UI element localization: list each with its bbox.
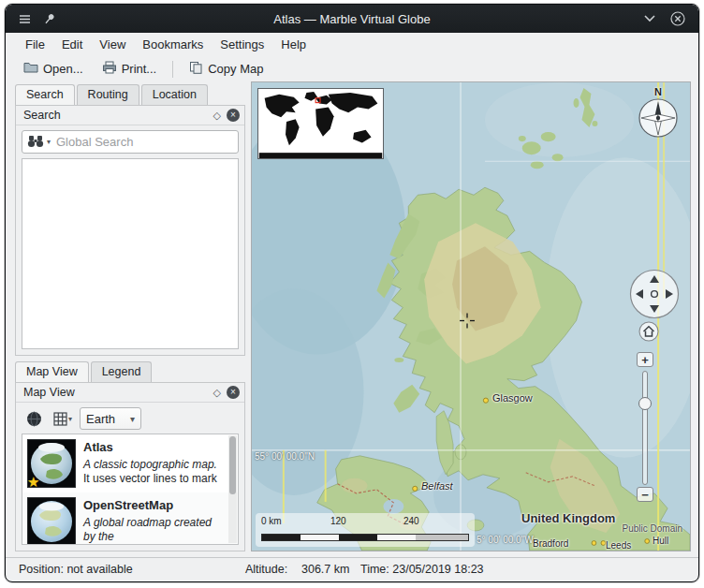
dock-close-icon[interactable]: ×	[227, 109, 240, 122]
status-altitude-value: 306.7 km	[301, 563, 349, 576]
theme-desc: A global roadmap created by the	[83, 516, 225, 545]
app-menu-icon[interactable]	[17, 11, 32, 26]
theme-name: Atlas	[83, 440, 217, 456]
scale-mid: 120	[330, 516, 346, 526]
city-label-hull: Hull	[653, 536, 668, 546]
zoom-slider-track[interactable]	[642, 371, 648, 485]
bottom-tabbar: Map View Legend	[15, 361, 245, 382]
pan-control[interactable]	[629, 269, 680, 319]
scale-bar: 0 km 120 240	[256, 513, 475, 547]
latitude-label: 55° 00' 00.0"N	[255, 451, 315, 462]
status-position: Position: not available	[19, 563, 133, 576]
city-label-leeds: Leeds	[606, 540, 631, 551]
minimize-button[interactable]	[642, 11, 657, 26]
status-time: Time: 23/05/2019 18:23	[360, 563, 484, 576]
status-altitude-label: Altitude:	[245, 563, 287, 576]
menu-help[interactable]: Help	[272, 35, 315, 54]
compass-north-label: N	[636, 86, 681, 97]
zoom-in-button[interactable]: +	[637, 352, 653, 367]
map-theme-list: ★ Atlas A classic topographic map. It us…	[22, 434, 239, 545]
folder-icon	[23, 61, 38, 77]
theme-desc: OpenStreetMap (OSM) project.	[83, 544, 225, 545]
print-button[interactable]: Print...	[94, 59, 166, 79]
overview-map[interactable]	[257, 88, 384, 159]
zoom-slider-handle[interactable]	[638, 397, 652, 410]
dock-float-icon[interactable]: ◇	[213, 387, 221, 399]
city-label-belfast: Belfast	[421, 480, 453, 492]
tab-location[interactable]: Location	[141, 84, 208, 105]
zoom-out-button[interactable]: −	[637, 487, 653, 502]
theme-item-atlas[interactable]: ★ Atlas A classic topographic map. It us…	[22, 434, 238, 492]
copy-icon	[189, 61, 203, 77]
tab-legend[interactable]: Legend	[91, 361, 153, 382]
toolbar-separator	[172, 61, 173, 78]
menu-edit[interactable]: Edit	[53, 35, 91, 54]
toolbar: Open... Print... Copy Map	[6, 56, 698, 81]
binoculars-icon[interactable]: ▾	[27, 135, 51, 149]
menu-file[interactable]: File	[17, 35, 53, 54]
search-dock: Search ◇ × ▾	[15, 105, 245, 356]
map-view-dock: Map View ◇ × ▾ Earth	[15, 382, 245, 551]
theme-list-scrollbar[interactable]	[228, 435, 237, 543]
search-results-list[interactable]	[22, 158, 239, 349]
menubar: File Edit View Bookmarks Settings Help	[6, 33, 698, 56]
open-button[interactable]: Open...	[15, 59, 92, 79]
country-label: United Kingdom	[521, 511, 615, 525]
compass-rose[interactable]: N	[636, 86, 681, 142]
chevron-down-icon: ▾	[68, 415, 72, 423]
map-view-dock-title: Map View	[23, 386, 75, 399]
statusbar: Position: not available Altitude: 306.7 …	[6, 557, 698, 581]
theme-desc: It uses vector lines to mark	[83, 472, 217, 486]
search-input[interactable]	[22, 130, 239, 154]
dock-close-icon[interactable]: ×	[227, 386, 240, 399]
tab-map-view[interactable]: Map View	[15, 361, 89, 382]
scale-zero: 0 km	[261, 516, 282, 526]
planet-select[interactable]: Earth ▾	[80, 407, 141, 430]
printer-icon	[102, 61, 117, 77]
main-content: Search Routing Location Search ◇ × ▾	[6, 81, 698, 557]
theme-item-openstreetmap[interactable]: OpenStreetMap A global roadmap created b…	[22, 492, 238, 545]
tab-routing[interactable]: Routing	[77, 84, 139, 105]
top-tabbar: Search Routing Location	[15, 84, 245, 105]
tab-search[interactable]: Search	[15, 84, 75, 105]
longitude-label: 5° 00' 00.0"W	[477, 535, 534, 545]
menu-bookmarks[interactable]: Bookmarks	[134, 35, 212, 54]
copy-map-button[interactable]: Copy Map	[181, 59, 271, 79]
menu-settings[interactable]: Settings	[212, 35, 272, 54]
close-button[interactable]	[670, 11, 685, 26]
window-title: Atlas — Marble Virtual Globe	[6, 12, 698, 26]
openstreetmap-thumbnail	[27, 497, 76, 545]
menu-view[interactable]: View	[91, 35, 134, 54]
app-window: Atlas — Marble Virtual Globe File Edit V…	[5, 4, 699, 582]
projection-globe-icon[interactable]	[22, 407, 46, 430]
map-canvas[interactable]: N	[251, 81, 691, 551]
chevron-down-icon: ▾	[130, 414, 135, 424]
atlas-thumbnail: ★	[27, 439, 76, 488]
left-panel: Search Routing Location Search ◇ × ▾	[15, 81, 245, 551]
attribution-label: Public Domain	[623, 523, 682, 534]
tile-grid-icon[interactable]: ▾	[51, 407, 75, 430]
search-dock-title: Search	[23, 109, 61, 122]
search-dock-header: Search ◇ ×	[16, 106, 244, 125]
city-label-bradford: Bradford	[533, 538, 568, 549]
theme-name: OpenStreetMap	[83, 498, 225, 514]
search-dropdown-icon[interactable]: ▾	[47, 138, 51, 146]
pin-icon[interactable]	[41, 11, 56, 26]
favorite-star-icon: ★	[27, 474, 39, 491]
city-label-glasgow: Glasgow	[492, 392, 533, 404]
home-button[interactable]	[638, 321, 659, 342]
map-view-dock-header: Map View ◇ ×	[16, 383, 244, 403]
scale-end: 240	[403, 516, 419, 526]
theme-desc: A classic topographic map.	[83, 458, 217, 472]
titlebar[interactable]: Atlas — Marble Virtual Globe	[6, 5, 698, 33]
dock-float-icon[interactable]: ◇	[213, 110, 221, 122]
